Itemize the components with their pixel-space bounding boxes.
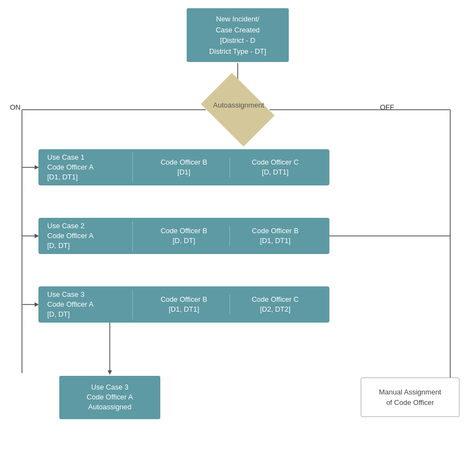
result-box: Use Case 3 Code Officer A Autoassigned (59, 376, 160, 419)
diagram: New Incident/ Case Created [District - D… (0, 0, 476, 451)
uc2-officer3-dist: [D1, DT1] (236, 236, 315, 246)
uc2-title-cell: Use Case 2 Code Officer A [D, DT] (47, 221, 133, 251)
result-line1: Use Case 3 (67, 382, 153, 392)
result-line2: Code Officer A (67, 392, 153, 402)
manual-line2: of Code Officer (386, 397, 434, 408)
uc2-officer2-cell: Code Officer B [D, DT] (138, 226, 229, 246)
top-box-line4: District Type - DT] (209, 47, 266, 55)
uc3-officer2-name: Code Officer B (144, 295, 223, 305)
uc1-officer1-dist: [D1, DT1] (47, 172, 127, 182)
uc2-title: Use Case 2 (47, 221, 127, 231)
diamond-container (206, 87, 269, 133)
uc3-officer1-dist: [D, DT] (47, 309, 127, 319)
uc1-officer3-name: Code Officer C (236, 157, 315, 167)
uc1-title: Use Case 1 (47, 153, 127, 162)
uc3-officer2-dist: [D1, DT1] (144, 305, 223, 314)
uc3-officer3-cell: Code Officer C [D2, DT2] (230, 295, 321, 314)
usecase-3-row: Use Case 3 Code Officer A [D, DT] Code O… (38, 286, 329, 323)
uc2-officer1-name: Code Officer A (47, 231, 127, 241)
uc2-officer3-cell: Code Officer B [D1, DT1] (230, 226, 321, 246)
usecase-2-row: Use Case 2 Code Officer A [D, DT] Code O… (38, 218, 329, 254)
uc3-officer3-dist: [D2, DT2] (236, 305, 315, 314)
uc1-officer2-dist: [D1] (144, 167, 223, 177)
diamond-shape (201, 73, 275, 146)
uc3-officer3-name: Code Officer C (236, 295, 315, 305)
on-label: ON (10, 103, 21, 111)
result-line3: Autoassigned (67, 402, 153, 412)
uc1-title-cell: Use Case 1 Code Officer A [D1, DT1] (47, 153, 133, 183)
uc1-officer3-cell: Code Officer C [D, DT1] (230, 157, 321, 177)
uc3-officer2-cell: Code Officer B [D1, DT1] (138, 295, 229, 314)
uc3-title-cell: Use Case 3 Code Officer A [D, DT] (47, 290, 133, 320)
top-box: New Incident/ Case Created [District - D… (187, 8, 289, 62)
top-box-line3: [District - D (220, 36, 255, 44)
uc3-officer1-name: Code Officer A (47, 300, 127, 309)
off-label: OFF (380, 103, 394, 111)
usecase-1-row: Use Case 1 Code Officer A [D1, DT1] Code… (38, 149, 329, 185)
uc3-title: Use Case 3 (47, 290, 127, 300)
svg-marker-16 (108, 370, 112, 375)
uc2-officer1-dist: [D, DT] (47, 241, 127, 251)
top-box-line1: New Incident/ (216, 15, 260, 23)
uc2-officer2-name: Code Officer B (144, 226, 223, 236)
uc1-officer2-name: Code Officer B (144, 157, 223, 167)
uc2-officer2-dist: [D, DT] (144, 236, 223, 246)
uc1-officer2-cell: Code Officer B [D1] (138, 157, 229, 177)
manual-line1: Manual Assignment (379, 387, 441, 398)
uc1-officer1-name: Code Officer A (47, 162, 127, 172)
manual-box: Manual Assignment of Code Officer (361, 377, 460, 417)
uc1-officer3-dist: [D, DT1] (236, 167, 315, 177)
top-box-line2: Case Created (216, 26, 260, 34)
uc2-officer3-name: Code Officer B (236, 226, 315, 236)
